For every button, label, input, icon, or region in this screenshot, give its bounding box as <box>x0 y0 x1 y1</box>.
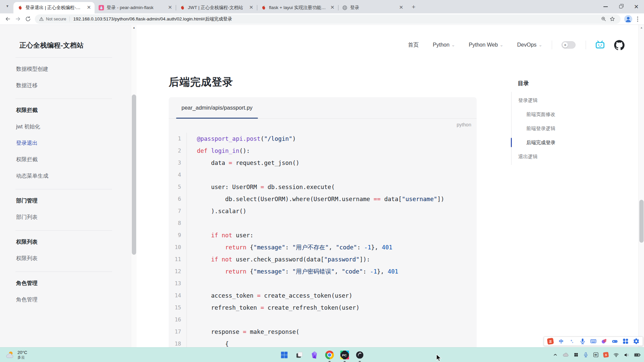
back-button[interactable] <box>3 14 13 24</box>
start-taskbar-icon[interactable] <box>280 350 289 360</box>
security-label[interactable]: Not secure <box>46 17 66 21</box>
code-line: 11 if not user.check_password(data["pass… <box>169 253 477 265</box>
browser-tab[interactable]: 登录 - pear-admin-flask✕ <box>95 2 176 13</box>
browser-tab[interactable]: 登录✕ <box>338 2 407 13</box>
url-text[interactable]: 192.168.0.103:5173/python/06.flask-admin… <box>73 16 599 22</box>
sidebar-item[interactable]: jwt 初始化 <box>16 119 121 135</box>
code-block[interactable]: python 1@passport_api.post("/login")2def… <box>169 119 477 350</box>
zh-mode-icon[interactable]: 中 <box>558 338 565 345</box>
toc-item[interactable]: 前端登录逻辑 <box>512 121 598 135</box>
omnibox-divider <box>69 16 70 21</box>
volume-icon[interactable] <box>624 352 630 358</box>
zoom-button[interactable] <box>599 15 608 23</box>
toc-title: 目录 <box>518 80 598 87</box>
nav-item-python[interactable]: Python⌄ <box>433 42 454 48</box>
pycharm-taskbar-icon[interactable]: PC <box>340 350 350 360</box>
browser-tab[interactable]: 登录退出 | 正心全栈编程-文档站✕ <box>13 2 95 13</box>
code-line: 16 <box>169 314 477 326</box>
sidebar-item[interactable]: 权限列表 <box>16 250 121 267</box>
tab-close-icon[interactable]: ✕ <box>248 5 254 11</box>
tab-search-chevron-icon[interactable]: ▾ <box>3 4 11 10</box>
code-language-label: python <box>457 122 471 127</box>
cloud-icon[interactable] <box>562 351 569 358</box>
task-view-taskbar-icon[interactable] <box>295 350 304 360</box>
obsidian-taskbar-icon[interactable] <box>310 350 319 360</box>
sidebar-item[interactable]: 动态菜单生成 <box>16 168 121 184</box>
page-scrollbar[interactable]: ▲ ▼ <box>638 25 644 362</box>
skin-icon[interactable] <box>601 338 607 345</box>
nav-item-python-web[interactable]: Python Web⌄ <box>469 42 503 48</box>
scrollbar-up-arrow-icon[interactable]: ▲ <box>131 26 137 29</box>
sidebar-scrollbar-thumb[interactable] <box>132 95 136 255</box>
wifi-icon[interactable] <box>613 352 619 358</box>
sidebar-item[interactable]: 角色管理 <box>16 292 121 308</box>
line-number: 9 <box>169 229 187 241</box>
toolbox-icon[interactable] <box>622 338 629 345</box>
browser-tab[interactable]: JWT | 正心全栈编程-文档站✕ <box>176 2 257 13</box>
site-title[interactable]: 正心全栈编程-文档站 <box>19 41 121 50</box>
sidebar-item[interactable]: 权限拦截 <box>16 152 121 168</box>
sidebar-item[interactable]: 数据迁移 <box>16 77 121 94</box>
new-tab-button[interactable]: + <box>409 3 418 12</box>
browser-menu-button[interactable] <box>634 15 641 23</box>
pear-favicon-icon <box>99 5 104 10</box>
minimize-button[interactable] <box>598 0 613 13</box>
sidebar-item[interactable]: 数据模型创建 <box>16 61 121 77</box>
microphone-icon[interactable] <box>583 352 589 358</box>
sidebar-item[interactable]: 部门列表 <box>16 209 121 226</box>
toc-item[interactable]: 退出逻辑 <box>512 149 598 164</box>
punctuation-icon[interactable]: °, <box>569 338 575 345</box>
github-icon[interactable] <box>614 40 625 50</box>
sidebar-scrollbar[interactable]: ▲ ▼ <box>131 25 137 362</box>
maximize-button[interactable] <box>613 0 629 13</box>
zoom-icon <box>601 16 606 22</box>
code-line: 3 data = request.get_json() <box>169 157 477 169</box>
code-text: user: UserORM = db.session.execute( <box>187 181 335 193</box>
svg-text:PC: PC <box>342 353 347 357</box>
forward-button[interactable] <box>13 14 23 24</box>
weather-widget[interactable]: 20°C 多云 <box>5 348 27 362</box>
line-number: 4 <box>169 169 187 181</box>
toc-item[interactable]: 后端完成登录 <box>512 135 598 149</box>
tab-close-icon[interactable]: ✕ <box>86 5 92 11</box>
chevron-up-icon[interactable] <box>553 352 558 357</box>
nav-item-devops[interactable]: DevOps⌄ <box>517 42 542 48</box>
line-number: 7 <box>169 205 187 217</box>
tab-close-icon[interactable]: ✕ <box>329 5 335 11</box>
ime-zh-icon[interactable]: 中 <box>593 352 599 358</box>
gamepad-icon[interactable] <box>611 338 618 345</box>
microphone-blue-icon[interactable] <box>579 338 586 345</box>
pinwheel-icon[interactable] <box>574 352 579 357</box>
line-number: 1 <box>169 133 187 145</box>
sidebar-item[interactable]: 登录退出 <box>16 135 121 152</box>
bilibili-icon[interactable] <box>595 41 605 49</box>
keyboard-icon[interactable] <box>590 338 597 345</box>
code-line: 13 <box>169 278 477 290</box>
page-scrollbar-thumb[interactable] <box>639 200 644 243</box>
code-line: 10 return {"message": "用户不存在", "code": -… <box>169 241 477 253</box>
tab-close-icon[interactable]: ✕ <box>167 5 173 11</box>
url-bar[interactable]: Not secure 192.168.0.103:5173/python/06.… <box>35 14 621 24</box>
code-text: refresh_token = create_refresh_token(use… <box>187 302 360 314</box>
battery-icon[interactable] <box>634 352 641 358</box>
reload-button[interactable] <box>23 14 33 24</box>
toc-item[interactable]: 前端页面修改 <box>512 107 598 121</box>
theme-toggle[interactable]: ☀ <box>561 41 576 49</box>
nav-item-首页[interactable]: 首页 <box>408 42 419 49</box>
toc-item[interactable]: 登录逻辑 <box>512 93 598 107</box>
sogou-icon[interactable]: S <box>603 352 609 358</box>
tab-close-icon[interactable]: ✕ <box>398 5 404 11</box>
bookmark-button[interactable] <box>608 15 616 23</box>
browser-tab[interactable]: flask + layui 实现注册功能 | 正...✕ <box>257 2 338 13</box>
sidebar-groups: 数据模型创建数据迁移权限拦截jwt 初始化登录退出权限拦截动态菜单生成部门管理部… <box>16 61 121 308</box>
close-button[interactable]: ✕ <box>629 0 644 13</box>
gear-icon[interactable] <box>633 338 640 345</box>
web-page: 正心全栈编程-文档站 数据模型创建数据迁移权限拦截jwt 初始化登录退出权限拦截… <box>0 25 644 362</box>
chrome-taskbar-icon[interactable] <box>325 350 334 360</box>
scrollbar-up-arrow-icon[interactable]: ▲ <box>639 26 644 29</box>
code-file-tab[interactable]: pear_admin/apis/passport.py <box>176 97 258 118</box>
sogou-logo-icon[interactable]: S <box>547 338 554 345</box>
obs-taskbar-icon[interactable] <box>355 350 365 360</box>
profile-avatar[interactable] <box>624 15 633 23</box>
close-icon: ✕ <box>634 4 639 10</box>
